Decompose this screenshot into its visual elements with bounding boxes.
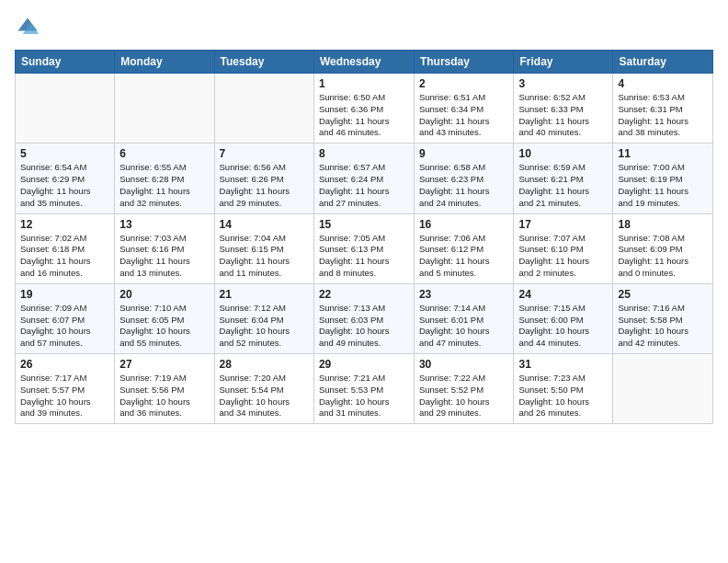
weekday-row: SundayMondayTuesdayWednesdayThursdayFrid… (16, 51, 713, 74)
calendar-cell: 3Sunrise: 6:52 AM Sunset: 6:33 PM Daylig… (514, 74, 613, 144)
day-number: 14 (220, 218, 309, 231)
calendar-cell (16, 74, 115, 144)
day-number: 29 (319, 358, 409, 371)
day-info: Sunrise: 6:55 AM Sunset: 6:28 PM Dayligh… (119, 162, 209, 209)
calendar-cell: 27Sunrise: 7:19 AM Sunset: 5:56 PM Dayli… (115, 354, 214, 424)
day-info: Sunrise: 7:23 AM Sunset: 5:50 PM Dayligh… (518, 373, 608, 419)
calendar-cell: 14Sunrise: 7:04 AM Sunset: 6:15 PM Dayli… (214, 213, 313, 283)
weekday-header-friday: Friday (514, 51, 613, 74)
day-info: Sunrise: 7:08 AM Sunset: 6:09 PM Dayligh… (618, 233, 708, 280)
calendar-cell (214, 74, 313, 144)
day-number: 28 (220, 358, 309, 371)
day-info: Sunrise: 6:52 AM Sunset: 6:33 PM Dayligh… (518, 92, 608, 139)
day-number: 8 (319, 147, 409, 160)
day-number: 22 (319, 288, 409, 301)
calendar-cell: 7Sunrise: 6:56 AM Sunset: 6:26 PM Daylig… (214, 144, 313, 213)
day-info: Sunrise: 7:09 AM Sunset: 6:07 PM Dayligh… (20, 303, 109, 350)
calendar-cell: 9Sunrise: 6:58 AM Sunset: 6:23 PM Daylig… (414, 144, 514, 213)
day-number: 5 (20, 147, 109, 160)
day-number: 20 (119, 288, 209, 301)
day-info: Sunrise: 6:53 AM Sunset: 6:31 PM Dayligh… (618, 92, 708, 139)
day-info: Sunrise: 7:07 AM Sunset: 6:10 PM Dayligh… (518, 233, 608, 280)
calendar-week-1: 1Sunrise: 6:50 AM Sunset: 6:36 PM Daylig… (16, 74, 713, 144)
weekday-header-wednesday: Wednesday (313, 51, 414, 74)
calendar-cell: 31Sunrise: 7:23 AM Sunset: 5:50 PM Dayli… (514, 354, 613, 424)
day-info: Sunrise: 6:54 AM Sunset: 6:29 PM Dayligh… (20, 162, 109, 209)
day-info: Sunrise: 7:19 AM Sunset: 5:56 PM Dayligh… (119, 373, 209, 419)
weekday-header-sunday: Sunday (16, 51, 115, 74)
calendar-week-5: 26Sunrise: 7:17 AM Sunset: 5:57 PM Dayli… (16, 354, 713, 424)
calendar-cell: 1Sunrise: 6:50 AM Sunset: 6:36 PM Daylig… (313, 74, 414, 144)
day-number: 19 (20, 288, 109, 301)
day-info: Sunrise: 7:17 AM Sunset: 5:57 PM Dayligh… (20, 373, 109, 419)
calendar-cell: 2Sunrise: 6:51 AM Sunset: 6:34 PM Daylig… (414, 74, 514, 144)
day-number: 3 (518, 77, 608, 90)
calendar-cell: 23Sunrise: 7:14 AM Sunset: 6:01 PM Dayli… (414, 283, 514, 353)
day-number: 30 (419, 358, 509, 371)
calendar-cell (613, 354, 713, 424)
day-info: Sunrise: 6:51 AM Sunset: 6:34 PM Dayligh… (419, 92, 509, 139)
calendar-cell: 13Sunrise: 7:03 AM Sunset: 6:16 PM Dayli… (115, 213, 214, 283)
day-number: 18 (618, 218, 708, 231)
day-info: Sunrise: 7:04 AM Sunset: 6:15 PM Dayligh… (220, 233, 309, 280)
day-info: Sunrise: 7:10 AM Sunset: 6:05 PM Dayligh… (119, 303, 209, 350)
day-number: 10 (518, 147, 608, 160)
day-number: 12 (20, 218, 109, 231)
day-info: Sunrise: 6:59 AM Sunset: 6:21 PM Dayligh… (518, 162, 608, 209)
calendar-cell: 20Sunrise: 7:10 AM Sunset: 6:05 PM Dayli… (115, 283, 214, 353)
day-number: 6 (119, 147, 209, 160)
calendar-cell: 26Sunrise: 7:17 AM Sunset: 5:57 PM Dayli… (16, 354, 115, 424)
calendar-cell: 17Sunrise: 7:07 AM Sunset: 6:10 PM Dayli… (514, 213, 613, 283)
day-number: 4 (618, 77, 708, 90)
day-number: 1 (319, 77, 409, 90)
day-info: Sunrise: 7:03 AM Sunset: 6:16 PM Dayligh… (119, 233, 209, 280)
day-info: Sunrise: 7:20 AM Sunset: 5:54 PM Dayligh… (220, 373, 309, 419)
calendar-body: 1Sunrise: 6:50 AM Sunset: 6:36 PM Daylig… (16, 74, 713, 424)
calendar-cell: 10Sunrise: 6:59 AM Sunset: 6:21 PM Dayli… (514, 144, 613, 213)
day-info: Sunrise: 7:14 AM Sunset: 6:01 PM Dayligh… (419, 303, 509, 350)
calendar-cell: 18Sunrise: 7:08 AM Sunset: 6:09 PM Dayli… (613, 213, 713, 283)
day-info: Sunrise: 6:57 AM Sunset: 6:24 PM Dayligh… (319, 162, 409, 209)
day-info: Sunrise: 7:06 AM Sunset: 6:12 PM Dayligh… (419, 233, 509, 280)
calendar-cell: 6Sunrise: 6:55 AM Sunset: 6:28 PM Daylig… (115, 144, 214, 213)
calendar-header: SundayMondayTuesdayWednesdayThursdayFrid… (16, 51, 713, 74)
calendar-cell: 5Sunrise: 6:54 AM Sunset: 6:29 PM Daylig… (16, 144, 115, 213)
day-number: 2 (419, 77, 509, 90)
calendar-cell: 19Sunrise: 7:09 AM Sunset: 6:07 PM Dayli… (16, 283, 115, 353)
day-number: 23 (419, 288, 509, 301)
day-number: 21 (220, 288, 309, 301)
calendar-cell: 21Sunrise: 7:12 AM Sunset: 6:04 PM Dayli… (214, 283, 313, 353)
calendar-cell: 24Sunrise: 7:15 AM Sunset: 6:00 PM Dayli… (514, 283, 613, 353)
day-number: 16 (419, 218, 509, 231)
calendar-cell: 16Sunrise: 7:06 AM Sunset: 6:12 PM Dayli… (414, 213, 514, 283)
day-info: Sunrise: 7:15 AM Sunset: 6:00 PM Dayligh… (518, 303, 608, 350)
day-number: 13 (119, 218, 209, 231)
day-info: Sunrise: 7:05 AM Sunset: 6:13 PM Dayligh… (319, 233, 409, 280)
weekday-header-tuesday: Tuesday (214, 51, 313, 74)
day-info: Sunrise: 7:22 AM Sunset: 5:52 PM Dayligh… (419, 373, 509, 419)
day-number: 26 (20, 358, 109, 371)
calendar-week-2: 5Sunrise: 6:54 AM Sunset: 6:29 PM Daylig… (16, 144, 713, 213)
calendar-cell: 25Sunrise: 7:16 AM Sunset: 5:58 PM Dayli… (613, 283, 713, 353)
day-info: Sunrise: 6:56 AM Sunset: 6:26 PM Dayligh… (220, 162, 309, 209)
calendar-cell: 12Sunrise: 7:02 AM Sunset: 6:18 PM Dayli… (16, 213, 115, 283)
day-number: 31 (518, 358, 608, 371)
weekday-header-thursday: Thursday (414, 51, 514, 74)
calendar-cell: 29Sunrise: 7:21 AM Sunset: 5:53 PM Dayli… (313, 354, 414, 424)
day-info: Sunrise: 7:16 AM Sunset: 5:58 PM Dayligh… (618, 303, 708, 350)
day-info: Sunrise: 6:58 AM Sunset: 6:23 PM Dayligh… (419, 162, 509, 209)
day-number: 11 (618, 147, 708, 160)
day-number: 7 (220, 147, 309, 160)
day-number: 17 (518, 218, 608, 231)
day-number: 9 (419, 147, 509, 160)
calendar-cell (115, 74, 214, 144)
day-info: Sunrise: 6:50 AM Sunset: 6:36 PM Dayligh… (319, 92, 409, 139)
calendar-cell: 4Sunrise: 6:53 AM Sunset: 6:31 PM Daylig… (613, 74, 713, 144)
calendar-cell: 30Sunrise: 7:22 AM Sunset: 5:52 PM Dayli… (414, 354, 514, 424)
calendar-cell: 28Sunrise: 7:20 AM Sunset: 5:54 PM Dayli… (214, 354, 313, 424)
day-info: Sunrise: 7:21 AM Sunset: 5:53 PM Dayligh… (319, 373, 409, 419)
calendar-cell: 11Sunrise: 7:00 AM Sunset: 6:19 PM Dayli… (613, 144, 713, 213)
calendar-week-3: 12Sunrise: 7:02 AM Sunset: 6:18 PM Dayli… (16, 213, 713, 283)
day-number: 15 (319, 218, 409, 231)
day-info: Sunrise: 7:13 AM Sunset: 6:03 PM Dayligh… (319, 303, 409, 350)
